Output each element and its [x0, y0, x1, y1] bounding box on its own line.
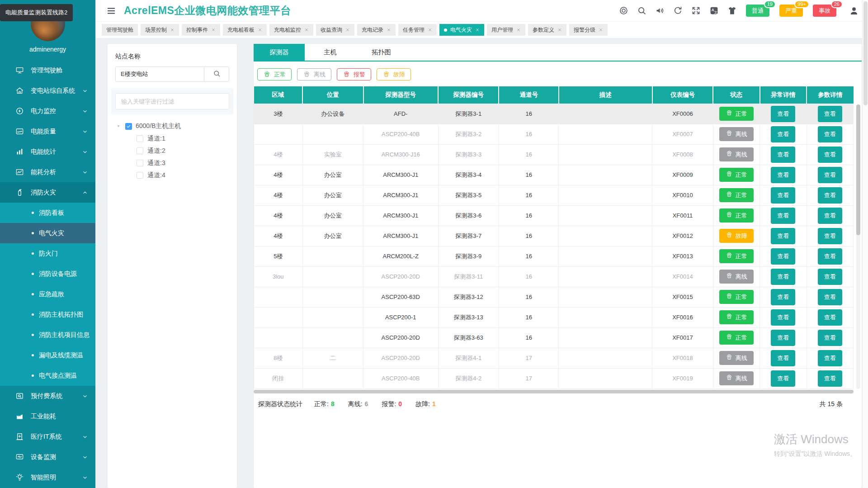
tab-用户管理[interactable]: 用户管理 — [487, 24, 525, 36]
tab-close-icon[interactable] — [258, 28, 262, 32]
tree-node-通道:3[interactable]: 通道:3 — [137, 157, 229, 169]
speaker-icon[interactable] — [655, 6, 665, 15]
view-button-abnormal-detail[interactable]: 查看 — [771, 309, 795, 326]
filter-button-正常[interactable]: 正常 — [257, 68, 292, 81]
alarm-button-严重[interactable]: 严重99+ — [779, 5, 803, 17]
tab-close-icon[interactable] — [475, 28, 480, 32]
tab-控制事件[interactable]: 控制事件 — [182, 24, 220, 36]
alarm-button-事故[interactable]: 事故26 — [813, 5, 836, 17]
station-search-button[interactable] — [204, 66, 229, 82]
tab-场景控制[interactable]: 场景控制 — [141, 24, 179, 36]
view-button-abnormal-detail[interactable]: 查看 — [771, 330, 795, 346]
aim-icon[interactable] — [619, 6, 628, 15]
tab-close-icon[interactable] — [211, 28, 216, 32]
alarm-button-普通[interactable]: 普通19 — [746, 5, 769, 17]
translate-icon[interactable]: A文 — [709, 6, 719, 15]
view-button-param-detail[interactable]: 查看 — [818, 330, 842, 346]
tab-close-icon[interactable] — [170, 28, 175, 32]
view-button-param-detail[interactable]: 查看 — [818, 289, 842, 305]
search-icon[interactable] — [637, 6, 646, 15]
view-button-param-detail[interactable]: 查看 — [818, 248, 842, 265]
caret-down-icon[interactable] — [115, 123, 122, 129]
checkbox-checked[interactable] — [125, 123, 132, 130]
tab-电气火灾[interactable]: 电气火灾 — [439, 24, 484, 36]
sidebar-subitem-消防设备电源[interactable]: 消防设备电源 — [0, 264, 95, 284]
tab-参数定义[interactable]: 参数定义 — [528, 24, 566, 36]
tab-close-icon[interactable] — [387, 28, 391, 32]
view-button-param-detail[interactable]: 查看 — [818, 167, 842, 183]
sidebar-item-预付费系统[interactable]: 预付费系统 — [0, 386, 95, 406]
tab-充电桩监控[interactable]: 充电桩监控 — [269, 24, 313, 36]
checkbox-unchecked[interactable] — [137, 135, 143, 142]
user-icon[interactable] — [849, 6, 859, 16]
view-button-abnormal-detail[interactable]: 查看 — [771, 126, 795, 142]
view-button-param-detail[interactable]: 查看 — [818, 309, 842, 326]
tab-报警分级[interactable]: 报警分级 — [569, 24, 608, 36]
sidebar-subitem-消防主机项目信息[interactable]: 消防主机项目信息 — [0, 325, 95, 345]
tab-close-icon[interactable] — [304, 28, 309, 32]
tree-filter-input[interactable] — [115, 93, 229, 109]
tab-收益查询[interactable]: 收益查询 — [316, 24, 354, 36]
view-button-param-detail[interactable]: 查看 — [818, 126, 842, 142]
view-button-abnormal-detail[interactable]: 查看 — [771, 289, 795, 305]
sidebar-subitem-电气接点测温[interactable]: 电气接点测温 — [0, 365, 95, 386]
filter-button-报警[interactable]: 报警 — [337, 68, 371, 81]
checkbox-unchecked[interactable] — [137, 172, 143, 179]
view-button-abnormal-detail[interactable]: 查看 — [771, 167, 795, 183]
view-button-abnormal-detail[interactable]: 查看 — [771, 106, 795, 122]
sidebar-subitem-应急疏散[interactable]: 应急疏散 — [0, 284, 95, 304]
tab-close-icon[interactable] — [599, 28, 603, 32]
tree-node-通道:4[interactable]: 通道:4 — [137, 169, 229, 181]
page-scrollbar[interactable] — [862, 0, 868, 488]
sidebar-subitem-消防主机拓扑图[interactable]: 消防主机拓扑图 — [0, 304, 95, 325]
fullscreen-icon[interactable] — [691, 6, 701, 15]
sidebar-item-电力监控[interactable]: 电力监控 — [0, 101, 95, 121]
sidebar-item-消防火灾[interactable]: 消防火灾 — [0, 182, 95, 203]
sidebar-item-变电站综自系统[interactable]: 变电站综自系统 — [0, 81, 95, 101]
tree-node-parent[interactable]: 6000/B主机主机 — [115, 120, 229, 133]
view-button-abnormal-detail[interactable]: 查看 — [771, 350, 795, 366]
view-button-param-detail[interactable]: 查看 — [818, 187, 842, 204]
hamburger-icon[interactable] — [106, 6, 116, 16]
subtab-探测器[interactable]: 探测器 — [254, 44, 305, 61]
theme-icon[interactable] — [727, 6, 737, 15]
subtab-拓扑图[interactable]: 拓扑图 — [356, 44, 407, 61]
tab-充电记录[interactable]: 充电记录 — [357, 24, 396, 36]
tab-close-icon[interactable] — [557, 28, 562, 32]
sidebar-subitem-电气火灾[interactable]: 电气火灾 — [0, 223, 95, 243]
view-button-param-detail[interactable]: 查看 — [818, 147, 842, 163]
tree-node-通道:2[interactable]: 通道:2 — [137, 145, 229, 157]
sidebar-subitem-消防看板[interactable]: 消防看板 — [0, 203, 95, 223]
view-button-abnormal-detail[interactable]: 查看 — [771, 269, 795, 285]
view-button-abnormal-detail[interactable]: 查看 — [771, 147, 795, 163]
station-search-input[interactable] — [115, 66, 204, 82]
sidebar-item-工业能耗[interactable]: 工业能耗 — [0, 406, 95, 426]
sidebar-item-智能照明[interactable]: 智能照明 — [0, 467, 95, 488]
tab-充电桩看板[interactable]: 充电桩看板 — [223, 24, 267, 36]
sidebar-item-管理驾驶舱[interactable]: 管理驾驶舱 — [0, 60, 95, 81]
checkbox-unchecked[interactable] — [137, 160, 143, 166]
view-button-param-detail[interactable]: 查看 — [818, 370, 842, 387]
view-button-param-detail[interactable]: 查看 — [818, 350, 842, 366]
tab-close-icon[interactable] — [428, 28, 432, 32]
view-button-param-detail[interactable]: 查看 — [818, 106, 842, 122]
sidebar-subitem-防火门[interactable]: 防火门 — [0, 243, 95, 264]
sidebar-item-电能统计[interactable]: 电能统计 — [0, 142, 95, 162]
view-button-abnormal-detail[interactable]: 查看 — [771, 370, 795, 387]
tree-node-通道:1[interactable]: 通道:1 — [137, 133, 229, 145]
view-button-abnormal-detail[interactable]: 查看 — [771, 228, 795, 244]
vertical-scrollbar[interactable] — [856, 104, 860, 389]
view-button-abnormal-detail[interactable]: 查看 — [771, 187, 795, 204]
sidebar-item-能耗分析[interactable]: 能耗分析 — [0, 162, 95, 182]
horizontal-scrollbar[interactable] — [254, 390, 854, 393]
tab-管理驾驶舱[interactable]: 管理驾驶舱 — [102, 24, 138, 36]
view-button-param-detail[interactable]: 查看 — [818, 208, 842, 224]
tab-close-icon[interactable] — [345, 28, 350, 32]
refresh-icon[interactable] — [673, 6, 683, 15]
sidebar-subitem-漏电及线缆测温[interactable]: 漏电及线缆测温 — [0, 345, 95, 365]
view-button-param-detail[interactable]: 查看 — [818, 228, 842, 244]
view-button-param-detail[interactable]: 查看 — [818, 269, 842, 285]
checkbox-unchecked[interactable] — [137, 147, 143, 154]
tab-任务管理[interactable]: 任务管理 — [398, 24, 437, 36]
tab-close-icon[interactable] — [516, 28, 521, 32]
